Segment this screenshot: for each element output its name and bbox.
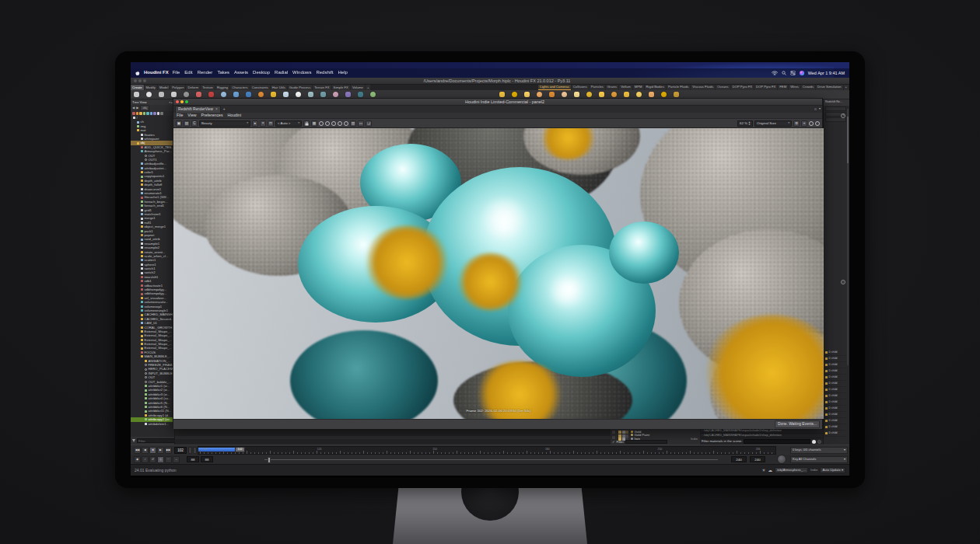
shelf-tool-icon[interactable] bbox=[358, 92, 363, 97]
child-count-row[interactable]: 0 child bbox=[824, 356, 846, 362]
child-count-row[interactable]: 0 child bbox=[824, 399, 846, 406]
shelf-tool-icon[interactable] bbox=[549, 92, 555, 97]
clock-icon[interactable] bbox=[319, 121, 324, 126]
tree-swatch-icon[interactable] bbox=[150, 112, 153, 115]
material-swatch[interactable] bbox=[622, 434, 625, 438]
menubar-item-radial[interactable]: Radial bbox=[275, 70, 288, 75]
child-count-row[interactable]: 0 child bbox=[824, 418, 846, 424]
shelf-tool-icon[interactable] bbox=[370, 92, 376, 97]
search-icon[interactable] bbox=[782, 71, 786, 75]
shelf-tab-polygon[interactable]: Polygon bbox=[170, 85, 185, 90]
minimize-window-icon[interactable] bbox=[138, 79, 142, 82]
range-start-field[interactable] bbox=[187, 456, 199, 462]
realtime-toggle[interactable]: ◎ bbox=[157, 456, 164, 463]
shelf-tool-icon[interactable] bbox=[512, 92, 517, 97]
tree-swatch-icon[interactable] bbox=[157, 112, 160, 115]
child-count-row[interactable]: 0 child bbox=[824, 406, 846, 412]
crop-icon[interactable]: ⊡ bbox=[268, 120, 274, 127]
shelf-tool-icon[interactable] bbox=[661, 92, 667, 97]
shelf-tab-collisions[interactable]: Collisions bbox=[572, 85, 589, 90]
shelf-tool-icon[interactable] bbox=[246, 92, 251, 97]
shelf-tool-icon[interactable] bbox=[221, 92, 226, 97]
shelf-tab-texture[interactable]: Texture bbox=[201, 85, 215, 90]
child-count-row[interactable]: 0 child bbox=[824, 412, 846, 418]
bucket-render-icon[interactable]: ● bbox=[252, 120, 258, 127]
right-panel-tab[interactable]: Redshift Re... bbox=[824, 99, 849, 106]
shelf-tool-icon[interactable] bbox=[345, 92, 351, 97]
play-button[interactable]: ▶ bbox=[157, 447, 164, 454]
material-swatch[interactable] bbox=[625, 431, 628, 434]
apple-menu-icon[interactable] bbox=[135, 71, 140, 76]
range-slider[interactable] bbox=[264, 459, 718, 460]
range-start2-field[interactable] bbox=[201, 456, 213, 462]
child-count-row[interactable]: 0 child bbox=[824, 350, 846, 356]
shelf-tab-modify[interactable]: Modify bbox=[145, 85, 157, 90]
child-count-row[interactable]: 0 child bbox=[824, 381, 846, 387]
shelf-tab-[interactable]: + bbox=[844, 85, 849, 90]
jump-start-button[interactable]: ◀◀ bbox=[134, 447, 141, 454]
render-viewport[interactable]: Frame 102: 2026-02-06 20:03:50 (1m 54s) bbox=[173, 128, 824, 419]
add-tab-icon[interactable]: + bbox=[223, 107, 226, 112]
range-end2-field[interactable] bbox=[750, 456, 765, 462]
shelf-tool-icon[interactable] bbox=[171, 92, 177, 97]
menubar-item-edit[interactable]: Edit bbox=[184, 70, 192, 75]
material-filter-input[interactable] bbox=[625, 440, 667, 445]
child-count-row[interactable]: 0 child bbox=[824, 375, 846, 381]
current-frame-field[interactable] bbox=[174, 447, 187, 454]
shelf-tab-rigging[interactable]: Rigging bbox=[215, 85, 229, 90]
tree-view-tab[interactable]: Tree View × + bbox=[131, 99, 174, 105]
material-swatch[interactable] bbox=[618, 431, 621, 434]
child-count-row[interactable]: 0 child bbox=[824, 368, 846, 375]
timeline[interactable]: 102 90120150180210236 bbox=[198, 446, 776, 455]
shelf-tool-icon[interactable] bbox=[258, 92, 264, 97]
right-panel-field[interactable] bbox=[825, 106, 846, 111]
shelf-tool-icon[interactable] bbox=[674, 92, 679, 97]
child-count-row[interactable]: 0 child bbox=[824, 393, 846, 399]
help-icon[interactable] bbox=[815, 121, 820, 126]
refresh-icon[interactable]: C bbox=[191, 120, 198, 127]
shelf-tab-guide-process[interactable]: Guide Process bbox=[288, 85, 312, 90]
shelf-tab-dop-pyro-fx[interactable]: DOP Pyro FX bbox=[731, 85, 754, 90]
tree-swatch-icon[interactable] bbox=[153, 112, 156, 115]
step-back-button[interactable]: ◀ bbox=[142, 447, 149, 454]
shelf-tab-vellum[interactable]: Vellum bbox=[619, 85, 632, 90]
key-all-channels-dropdown[interactable]: Key All Channels ▾ bbox=[790, 456, 848, 463]
zoom-window-icon[interactable] bbox=[185, 100, 188, 103]
menubar-item-file[interactable]: File bbox=[173, 70, 180, 75]
menubar-clock[interactable]: Wed Apr 1 9:41 AM bbox=[808, 71, 845, 76]
shelf-tool-icon[interactable] bbox=[599, 92, 604, 97]
shelf-tool-icon[interactable] bbox=[283, 92, 289, 97]
material-swatch[interactable] bbox=[625, 434, 628, 438]
shelf-tool-icon[interactable] bbox=[537, 92, 542, 97]
shelf-tab-volume[interactable]: Volume bbox=[351, 85, 365, 90]
shelf-tool-icon[interactable] bbox=[146, 92, 152, 97]
zoom-in-icon[interactable]: ＋ bbox=[801, 120, 807, 127]
shelf-tool-icon[interactable] bbox=[649, 92, 654, 97]
tree-path[interactable]: obj bbox=[140, 105, 149, 110]
close-window-icon[interactable] bbox=[176, 100, 179, 103]
pane-split-icon[interactable] bbox=[814, 107, 817, 111]
control-center-icon[interactable] bbox=[790, 71, 796, 75]
child-count-row[interactable]: 0 child bbox=[824, 387, 846, 393]
grid-icon[interactable]: ▦ bbox=[311, 120, 317, 127]
scrollbar-thumb[interactable] bbox=[847, 117, 849, 163]
shelf-tab-drive-simulation[interactable]: Drive Simulation bbox=[816, 85, 843, 90]
shelf-tool-icon[interactable] bbox=[208, 92, 214, 97]
nav-forward-icon[interactable]: ▶ bbox=[136, 106, 138, 110]
shelf-tool-icon[interactable] bbox=[159, 92, 164, 97]
cloud-icon[interactable]: ☁ bbox=[768, 468, 772, 473]
shelf-tab-characters[interactable]: Characters bbox=[230, 85, 249, 90]
wifi-icon[interactable] bbox=[772, 71, 778, 75]
shelf-tab-fem[interactable]: FEM bbox=[778, 85, 788, 90]
dark-toggle-icon[interactable] bbox=[817, 440, 821, 444]
main-window-titlebar[interactable]: /Users/andre/Documents/Projects/Morph.hi… bbox=[131, 78, 849, 85]
tab-redshift-renderview[interactable]: Redshift RenderView × bbox=[175, 106, 221, 113]
material-swatch[interactable] bbox=[618, 434, 621, 438]
shelf-tool-icon[interactable] bbox=[624, 92, 629, 97]
info-icon[interactable] bbox=[809, 121, 814, 126]
nav-back-icon[interactable]: ◀ bbox=[132, 106, 135, 110]
lock-icon[interactable] bbox=[303, 120, 310, 127]
shelf-tab-oceans[interactable]: Oceans bbox=[716, 85, 730, 90]
shelf-tool-icon[interactable] bbox=[562, 92, 567, 97]
expand-icon[interactable]: › bbox=[702, 429, 702, 433]
